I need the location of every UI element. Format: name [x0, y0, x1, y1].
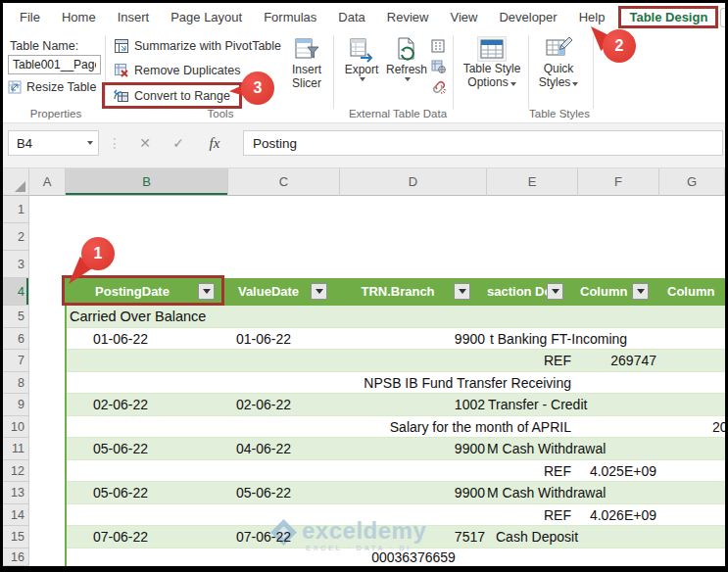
tab-home[interactable]: Home [51, 6, 107, 28]
filter-dropdown-transaction-desc[interactable] [547, 283, 563, 300]
row-header-8[interactable]: 8 [3, 372, 29, 394]
insert-function-icon[interactable]: fx [201, 130, 228, 156]
cell-d6[interactable]: 9900 [340, 328, 485, 350]
formula-bar-row: B4 ⋮ ✕ ✓ fx Posting [3, 123, 725, 168]
header-valuedate[interactable]: ValueDate [228, 278, 309, 306]
formula-input[interactable]: Posting [243, 130, 723, 156]
cell-d9[interactable]: 1002 [340, 394, 485, 416]
filter-dropdown-column-f[interactable] [632, 283, 649, 300]
quick-styles-label-2: Styles [539, 75, 571, 89]
cell-c13[interactable]: 05-06-22 [228, 482, 299, 504]
row-header-13[interactable]: 13 [3, 482, 29, 504]
export-button[interactable]: Export [339, 36, 384, 81]
filter-dropdown-valuedate[interactable] [311, 283, 327, 300]
column-header-f[interactable]: F [578, 168, 659, 196]
cell-d15[interactable]: 7517 [340, 526, 485, 548]
row-header-9[interactable]: 9 [3, 394, 29, 416]
unlink-icon[interactable] [431, 80, 447, 94]
cell-b13[interactable]: 05-06-22 [66, 482, 175, 504]
tab-formulas[interactable]: Formulas [253, 6, 327, 28]
cell-d13[interactable]: 9900 [340, 482, 485, 504]
cell-e11[interactable]: M Cash Withdrawal [487, 438, 606, 460]
cell-b5[interactable]: Carried Over Balance [70, 306, 206, 328]
table-style-options-button[interactable]: Table Style Options [460, 36, 524, 89]
row-header-6[interactable]: 6 [3, 328, 29, 350]
cell-c11[interactable]: 04-06-22 [228, 438, 299, 460]
cell-e13[interactable]: M Cash Withdrawal [487, 482, 606, 504]
cell-e12[interactable]: REF [340, 460, 571, 482]
summarize-pivottable-button[interactable]: Summarize with PivotTable [114, 38, 281, 54]
select-all-button[interactable] [3, 168, 29, 196]
header-trn-branch[interactable]: TRN.Branch [340, 278, 456, 306]
cell-f12[interactable]: 4.025E+09 [578, 460, 656, 482]
header-transaction-desc[interactable]: saction Desc [487, 278, 547, 306]
table-name-input[interactable] [8, 55, 101, 74]
row-header-2[interactable]: 2 [3, 223, 29, 251]
tab-table-design[interactable]: Table Design [618, 6, 718, 28]
cell-f14[interactable]: 4.026E+09 [578, 504, 656, 526]
cell-d16[interactable]: 00036376659 [340, 548, 487, 566]
cell-d11[interactable]: 9900 [340, 438, 485, 460]
cell-b6[interactable]: 01-06-22 [66, 328, 175, 350]
row-header-16[interactable]: 16 [3, 548, 29, 566]
row-header-14[interactable]: 14 [3, 504, 29, 526]
cell-e9[interactable]: Transfer - Credit [488, 394, 587, 416]
cell-e15[interactable]: Cash Deposit [496, 526, 578, 548]
enter-icon[interactable]: ✓ [166, 130, 191, 156]
resize-table-button[interactable]: Resize Table [8, 80, 96, 94]
cell-b11[interactable]: 05-06-22 [66, 438, 175, 460]
name-box-chevron-icon[interactable] [87, 141, 93, 145]
column-header-a[interactable]: A [29, 168, 66, 196]
quick-styles-button[interactable]: Quick Styles [532, 36, 585, 89]
row-header-10[interactable]: 10 [3, 416, 29, 438]
cell-c15[interactable]: 07-06-22 [228, 526, 299, 548]
refresh-button[interactable]: Refresh [384, 36, 429, 81]
tab-insert[interactable]: Insert [107, 6, 161, 28]
header-column-f[interactable]: Column [580, 278, 631, 306]
remove-duplicates-button[interactable]: Remove Duplicates [114, 63, 240, 78]
column-header-d[interactable]: D [340, 168, 487, 196]
table-left-border [65, 278, 67, 566]
cell-b9[interactable]: 02-06-22 [66, 394, 175, 416]
cell-e14[interactable]: REF [340, 504, 571, 526]
row-header-15[interactable]: 15 [3, 526, 29, 548]
tab-developer[interactable]: Developer [488, 6, 567, 28]
cell-e8[interactable]: NPSB IB Fund Transfer Receiving [340, 372, 571, 394]
column-header-g[interactable]: G [659, 168, 725, 196]
cell-f7[interactable]: 269747 [578, 350, 656, 372]
filter-dropdown-trn-branch[interactable] [454, 283, 470, 300]
cell-b15[interactable]: 07-06-22 [66, 526, 175, 548]
table-style-options-label-2: Options [467, 75, 508, 89]
tab-page-layout[interactable]: Page Layout [160, 6, 253, 28]
column-header-e[interactable]: E [487, 168, 578, 196]
open-in-browser-icon[interactable] [431, 60, 447, 73]
row-header-12[interactable]: 12 [3, 460, 29, 482]
data-range-properties-icon[interactable] [431, 39, 447, 53]
cell-c9[interactable]: 02-06-22 [228, 394, 299, 416]
header-column-g[interactable]: Column [667, 278, 714, 306]
tab-file[interactable]: File [9, 6, 51, 28]
tab-view[interactable]: View [439, 6, 488, 28]
row-header-5[interactable]: 5 [3, 306, 29, 328]
table-styles-group-label: Table Styles [501, 108, 618, 119]
cell-e7[interactable]: REF [340, 350, 571, 372]
row-header-4[interactable]: 4 [3, 278, 29, 306]
row-header-1[interactable]: 1 [3, 196, 29, 223]
cell-e6[interactable]: t Banking FT-Incoming [490, 328, 627, 350]
cell-e10[interactable]: Salary for the month of APRIL [340, 416, 571, 438]
insert-slicer-button[interactable]: Insert Slicer [284, 36, 329, 90]
cell-c6[interactable]: 01-06-22 [228, 328, 299, 350]
column-header-b[interactable]: B [66, 168, 228, 196]
resize-table-icon [8, 80, 22, 94]
row-header-11[interactable]: 11 [3, 438, 29, 460]
row-header-7[interactable]: 7 [3, 350, 29, 372]
tab-review[interactable]: Review [376, 6, 440, 28]
tab-help[interactable]: Help [568, 6, 616, 28]
tab-data[interactable]: Data [327, 6, 375, 28]
name-box[interactable]: B4 [8, 130, 99, 156]
pivottable-icon [114, 38, 129, 54]
row-header-3[interactable]: 3 [3, 251, 29, 278]
column-header-c[interactable]: C [228, 168, 340, 196]
cancel-icon[interactable]: ✕ [132, 130, 158, 156]
table-style-options-label-1: Table Style [463, 63, 521, 75]
